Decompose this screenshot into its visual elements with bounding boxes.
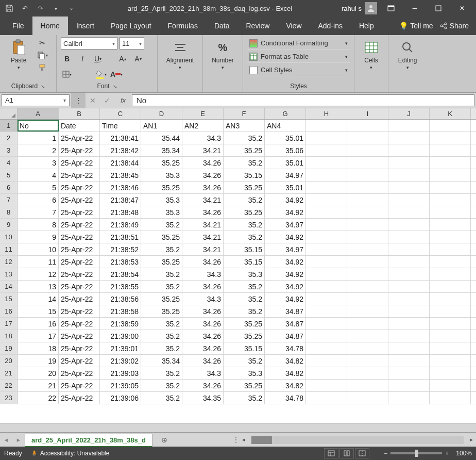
cell[interactable]: 34.78: [265, 392, 306, 404]
cell[interactable]: [388, 305, 430, 317]
cell[interactable]: [388, 157, 430, 169]
cell[interactable]: 7: [18, 206, 59, 218]
cell[interactable]: 34.26: [182, 380, 224, 391]
cell[interactable]: [430, 206, 471, 218]
cell[interactable]: 35.25: [141, 305, 182, 317]
enter-formula-button[interactable]: ✓: [100, 93, 114, 108]
formula-input[interactable]: No: [132, 94, 474, 106]
qat-more-icon[interactable]: ▿: [64, 1, 78, 15]
cell[interactable]: 9: [18, 231, 59, 243]
cell[interactable]: [388, 293, 430, 305]
cell[interactable]: 35.25: [224, 182, 265, 193]
cell[interactable]: [430, 132, 471, 144]
cell[interactable]: [347, 342, 388, 354]
cell[interactable]: 34.3: [182, 293, 224, 305]
cell[interactable]: 35.3: [141, 169, 182, 181]
cell[interactable]: 34.3: [182, 367, 224, 379]
cell[interactable]: 15: [18, 305, 59, 317]
cell[interactable]: 34.26: [182, 169, 224, 181]
minimize-button[interactable]: ─: [403, 0, 427, 17]
cell[interactable]: [347, 144, 388, 156]
fx-icon[interactable]: fx: [114, 93, 132, 108]
row-header[interactable]: 16: [0, 305, 18, 317]
col-header[interactable]: B: [59, 108, 100, 119]
cell[interactable]: 21:39:05: [100, 380, 141, 391]
col-header[interactable]: F: [224, 108, 265, 119]
cell[interactable]: 21:38:45: [100, 169, 141, 181]
cell[interactable]: AN1: [141, 120, 182, 132]
cell[interactable]: 25-Apr-22: [59, 169, 100, 181]
cell[interactable]: [306, 342, 347, 354]
cell[interactable]: [347, 243, 388, 255]
cell[interactable]: [430, 182, 471, 193]
cell[interactable]: 35.15: [224, 342, 265, 354]
cell[interactable]: [430, 268, 471, 280]
cell[interactable]: [306, 169, 347, 181]
format-painter-button[interactable]: [36, 62, 48, 73]
cell[interactable]: 21:38:58: [100, 305, 141, 317]
cell[interactable]: 21:38:53: [100, 256, 141, 268]
cell[interactable]: 21:38:47: [100, 194, 141, 206]
cell[interactable]: 34.92: [265, 281, 306, 292]
accessibility-status[interactable]: 🧍Accessibility: Unavailable: [30, 450, 110, 457]
view-normal-button[interactable]: [324, 448, 338, 458]
row-header[interactable]: 17: [0, 318, 18, 330]
cell[interactable]: 6: [18, 194, 59, 206]
conditional-formatting-button[interactable]: Conditional Formatting▾: [247, 37, 350, 50]
cell[interactable]: 34.92: [265, 194, 306, 206]
cell[interactable]: 35.2: [224, 157, 265, 169]
cell[interactable]: 21:38:59: [100, 318, 141, 330]
cell[interactable]: 21:38:44: [100, 157, 141, 169]
cell[interactable]: 35.2: [141, 392, 182, 404]
cell[interactable]: 34.26: [182, 256, 224, 268]
cell[interactable]: [388, 380, 430, 391]
cell[interactable]: 34.87: [265, 318, 306, 330]
cell[interactable]: [430, 256, 471, 268]
cell[interactable]: 5: [18, 182, 59, 193]
cell[interactable]: [306, 120, 347, 132]
cell[interactable]: [306, 367, 347, 379]
row-header[interactable]: 5: [0, 169, 18, 181]
font-color-button[interactable]: A▾: [110, 69, 123, 80]
cell[interactable]: 25-Apr-22: [59, 330, 100, 342]
cell[interactable]: 25-Apr-22: [59, 206, 100, 218]
cell[interactable]: 35.2: [141, 219, 182, 231]
row-header[interactable]: 12: [0, 256, 18, 268]
row-header[interactable]: 21: [0, 367, 18, 379]
cell[interactable]: 35.3: [141, 206, 182, 218]
cell[interactable]: [430, 243, 471, 255]
cell[interactable]: 21:39:02: [100, 355, 141, 367]
cell[interactable]: [347, 268, 388, 280]
cell[interactable]: AN2: [182, 120, 224, 132]
new-sheet-button[interactable]: ⊕: [158, 433, 171, 447]
cell[interactable]: Date: [59, 120, 100, 132]
cell[interactable]: 21: [18, 380, 59, 391]
cell[interactable]: [306, 256, 347, 268]
cell[interactable]: [430, 342, 471, 354]
cell[interactable]: [347, 392, 388, 404]
row-header[interactable]: 2: [0, 132, 18, 144]
view-page-layout-button[interactable]: [339, 448, 354, 458]
cell[interactable]: 25-Apr-22: [59, 392, 100, 404]
copy-button[interactable]: ▾: [36, 50, 48, 61]
cell[interactable]: 34.21: [182, 231, 224, 243]
cell[interactable]: 34.78: [265, 342, 306, 354]
hscroll-right[interactable]: ►: [467, 437, 476, 442]
cell[interactable]: [347, 182, 388, 193]
row-header[interactable]: 11: [0, 243, 18, 255]
view-page-break-button[interactable]: [355, 448, 369, 458]
cell[interactable]: 34.97: [265, 219, 306, 231]
cell[interactable]: 34.3: [182, 268, 224, 280]
cell[interactable]: 34.21: [182, 144, 224, 156]
cell[interactable]: 25-Apr-22: [59, 219, 100, 231]
cell[interactable]: 35.2: [224, 281, 265, 292]
cell[interactable]: 35.2: [224, 392, 265, 404]
cell[interactable]: 34.26: [182, 330, 224, 342]
tab-view[interactable]: View: [278, 17, 310, 35]
sheet-nav-next[interactable]: ►: [12, 437, 25, 443]
cell[interactable]: 34.26: [182, 157, 224, 169]
cell[interactable]: 35.2: [224, 305, 265, 317]
row-header[interactable]: 13: [0, 268, 18, 280]
cell-styles-button[interactable]: Cell Styles▾: [247, 64, 350, 76]
cell[interactable]: 11: [18, 256, 59, 268]
